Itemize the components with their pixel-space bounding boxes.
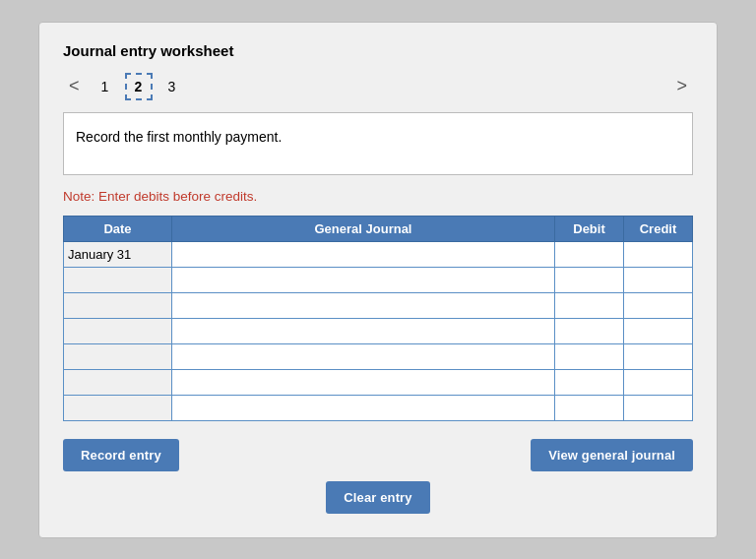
cell-debit[interactable] — [555, 241, 624, 267]
cell-date[interactable] — [64, 343, 172, 369]
journal-table: Date General Journal Debit Credit Januar… — [63, 216, 693, 421]
cell-date[interactable] — [64, 292, 172, 318]
cell-debit[interactable] — [555, 267, 624, 292]
table-row — [64, 343, 693, 369]
table-row: January 31 — [64, 241, 693, 267]
nav-row: < 1 2 3 > — [63, 73, 693, 100]
cell-journal[interactable] — [172, 318, 555, 343]
nav-page-3[interactable]: 3 — [158, 73, 186, 100]
cell-journal[interactable] — [172, 241, 555, 267]
col-header-debit: Debit — [555, 216, 624, 241]
cell-debit[interactable] — [555, 369, 624, 395]
cell-credit[interactable] — [624, 241, 693, 267]
description-box: Record the first monthly payment. — [63, 112, 693, 175]
col-header-journal: General Journal — [172, 216, 555, 241]
table-row — [64, 318, 693, 343]
cell-date[interactable] — [64, 369, 172, 395]
cell-credit[interactable] — [624, 267, 693, 292]
cell-credit[interactable] — [624, 318, 693, 343]
col-header-date: Date — [64, 216, 172, 241]
card-title: Journal entry worksheet — [63, 42, 693, 59]
journal-entry-worksheet-card: Journal entry worksheet < 1 2 3 > Record… — [38, 22, 718, 538]
table-row — [64, 267, 693, 292]
buttons-area: Record entry View general journal Clear … — [63, 439, 693, 514]
cell-journal[interactable] — [172, 343, 555, 369]
cell-date[interactable] — [64, 318, 172, 343]
cell-journal[interactable] — [172, 267, 555, 292]
cell-credit[interactable] — [624, 292, 693, 318]
cell-credit[interactable] — [624, 343, 693, 369]
nav-page-2[interactable]: 2 — [125, 73, 153, 100]
table-row — [64, 292, 693, 318]
description-text: Record the first monthly payment. — [76, 129, 282, 145]
cell-date[interactable] — [64, 267, 172, 292]
nav-page-1[interactable]: 1 — [92, 73, 119, 100]
cell-date: January 31 — [64, 241, 172, 267]
cell-debit[interactable] — [555, 292, 624, 318]
cell-debit[interactable] — [555, 343, 624, 369]
cell-date[interactable] — [64, 395, 172, 420]
buttons-row-2: Clear entry — [63, 481, 693, 514]
record-entry-button[interactable]: Record entry — [63, 439, 179, 471]
prev-arrow[interactable]: < — [63, 74, 86, 98]
col-header-credit: Credit — [624, 216, 693, 241]
view-general-journal-button[interactable]: View general journal — [531, 439, 693, 471]
clear-entry-button[interactable]: Clear entry — [326, 481, 429, 514]
cell-journal[interactable] — [172, 292, 555, 318]
cell-credit[interactable] — [624, 395, 693, 420]
buttons-row-1: Record entry View general journal — [63, 439, 693, 471]
table-row — [64, 395, 693, 420]
next-arrow[interactable]: > — [670, 74, 693, 98]
cell-credit[interactable] — [624, 369, 693, 395]
cell-journal[interactable] — [172, 369, 555, 395]
cell-journal[interactable] — [172, 395, 555, 420]
note-text: Note: Enter debits before credits. — [63, 189, 693, 204]
cell-debit[interactable] — [555, 395, 624, 420]
table-row — [64, 369, 693, 395]
cell-debit[interactable] — [555, 318, 624, 343]
